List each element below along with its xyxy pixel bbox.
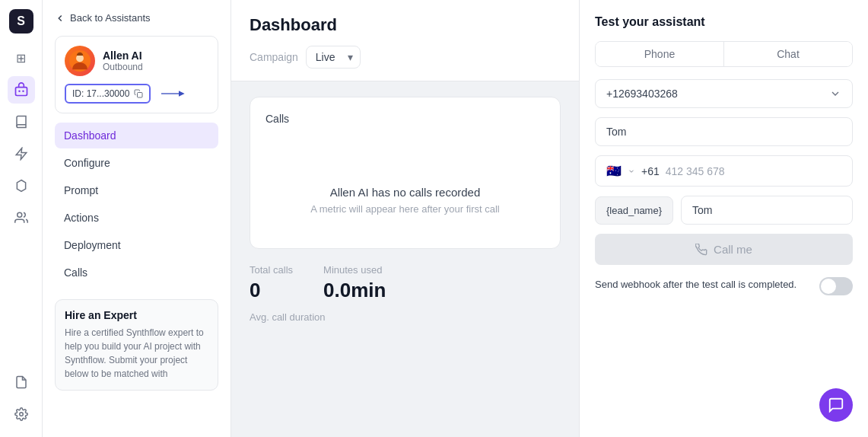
webhook-row: Send webhook after the test call is comp… <box>595 277 853 295</box>
name-input[interactable] <box>595 117 853 146</box>
empty-state: Allen AI has no calls recorded A metric … <box>265 171 545 230</box>
stat-minutes-used: Minutes used 0.0min <box>323 264 386 302</box>
app-logo: S <box>9 9 33 33</box>
main-content: Dashboard Campaign Live All Calls Allen … <box>231 0 579 437</box>
agent-type: Outbound <box>103 62 143 72</box>
total-calls-label: Total calls <box>250 264 293 276</box>
nav-item-deployment[interactable]: Deployment <box>55 232 218 258</box>
webhook-toggle[interactable] <box>819 277 853 295</box>
empty-title: Allen AI has no calls recorded <box>265 186 545 199</box>
svg-rect-0 <box>15 88 27 96</box>
dashboard-header: Dashboard Campaign Live All <box>231 0 579 81</box>
tab-chat[interactable]: Chat <box>724 42 852 66</box>
call-me-button[interactable]: Call me <box>595 234 853 265</box>
calls-section: Calls Allen AI has no calls recorded A m… <box>250 97 561 249</box>
right-panel: Test your assistant Phone Chat +12693403… <box>579 0 868 437</box>
icon-bar: S ⊞ <box>0 0 43 437</box>
stat-total-calls: Total calls 0 <box>250 264 293 302</box>
tab-row: Phone Chat <box>595 41 853 67</box>
phone-number-text: +12693403268 <box>606 88 678 100</box>
agent-avatar <box>65 46 95 76</box>
panel-title: Test your assistant <box>595 15 853 29</box>
call-btn-label: Call me <box>714 243 752 256</box>
sidebar: Back to Assistants Allen AI Outbound ID:… <box>43 0 231 437</box>
minutes-used-label: Minutes used <box>323 264 386 276</box>
sidebar-icon-people[interactable] <box>8 204 35 231</box>
phone-number-dropdown[interactable]: +12693403268 <box>595 79 853 108</box>
nav-item-dashboard[interactable]: Dashboard <box>55 123 218 148</box>
sidebar-icon-settings[interactable] <box>8 400 35 428</box>
empty-subtitle: A metric will appear here after your fir… <box>265 203 545 215</box>
back-label: Back to Assistants <box>70 12 151 24</box>
dashboard-title: Dashboard <box>250 15 561 35</box>
phone-field: 🇦🇺 +61 412 345 678 <box>595 155 853 187</box>
campaign-label: Campaign <box>250 51 298 63</box>
chat-bubble-button[interactable] <box>819 388 853 422</box>
svg-rect-10 <box>138 93 143 98</box>
agent-id-text: ID: 17...30000 <box>72 88 129 99</box>
calls-label: Calls <box>265 113 545 125</box>
country-code: +61 <box>641 165 660 177</box>
lead-row: {lead_name} <box>595 196 853 225</box>
agent-name: Allen AI <box>103 49 143 62</box>
webhook-text: Send webhook after the test call is comp… <box>595 277 810 292</box>
minutes-used-value: 0.0min <box>323 279 386 302</box>
phone-placeholder: 412 345 678 <box>666 165 725 177</box>
sidebar-icon-receipt[interactable] <box>8 368 35 396</box>
sidebar-icon-graph[interactable] <box>8 172 35 199</box>
sidebar-icon-lightning[interactable] <box>8 140 35 167</box>
dashboard-body: Calls Allen AI has no calls recorded A m… <box>231 81 579 437</box>
agent-card: Allen AI Outbound ID: 17...30000 <box>55 36 218 113</box>
hire-expert-title: Hire an Expert <box>65 309 208 321</box>
lead-name-label: {lead_name} <box>595 196 673 225</box>
nav-item-calls[interactable]: Calls <box>55 260 218 285</box>
hire-expert-card: Hire an Expert Hire a certified Synthflo… <box>55 299 218 391</box>
agent-details: Allen AI Outbound <box>103 49 143 72</box>
sidebar-icon-bot[interactable] <box>8 76 35 104</box>
lead-value-input[interactable] <box>681 196 853 225</box>
filter-row: Campaign Live All <box>250 46 561 69</box>
agent-info: Allen AI Outbound <box>65 46 208 76</box>
svg-point-2 <box>22 90 24 92</box>
tab-phone[interactable]: Phone <box>596 42 724 66</box>
avg-duration-label: Avg. call duration <box>250 311 561 323</box>
sidebar-icon-book[interactable] <box>8 108 35 136</box>
svg-marker-3 <box>16 148 27 160</box>
hire-expert-desc: Hire a certified Synthflow expert to hel… <box>65 326 208 381</box>
stats-row: Total calls 0 Minutes used 0.0min <box>250 264 561 302</box>
nav-item-configure[interactable]: Configure <box>55 150 218 176</box>
sidebar-icon-home[interactable]: ⊞ <box>8 44 35 72</box>
svg-point-1 <box>18 90 21 92</box>
live-filter-select[interactable]: Live All <box>306 46 361 69</box>
agent-id-box: ID: 17...30000 <box>65 84 151 104</box>
sidebar-nav: Dashboard Configure Prompt Actions Deplo… <box>55 123 218 287</box>
svg-point-5 <box>17 212 21 217</box>
nav-item-actions[interactable]: Actions <box>55 205 218 231</box>
live-filter-wrapper[interactable]: Live All <box>306 46 361 69</box>
total-calls-value: 0 <box>250 279 293 302</box>
svg-point-6 <box>19 413 23 416</box>
svg-marker-4 <box>17 180 25 192</box>
back-to-assistants-link[interactable]: Back to Assistants <box>55 12 218 24</box>
nav-item-prompt[interactable]: Prompt <box>55 177 218 203</box>
flag-icon: 🇦🇺 <box>606 164 622 178</box>
